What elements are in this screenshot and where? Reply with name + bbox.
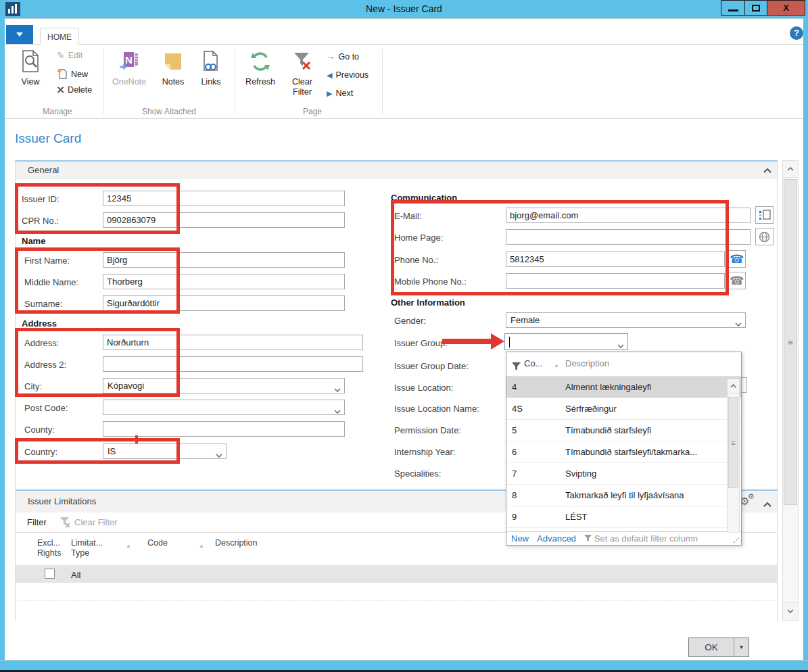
- dropdown-row[interactable]: 9LÉST: [506, 506, 741, 528]
- specialities-label: Specialities:: [394, 466, 441, 481]
- issuer-id-input[interactable]: [103, 191, 345, 206]
- county-label: County:: [24, 423, 55, 437]
- excl-rights-checkbox[interactable]: [45, 569, 55, 579]
- resize-grip-icon[interactable]: [734, 537, 740, 544]
- notes-button[interactable]: Notes: [156, 48, 190, 87]
- general-header[interactable]: General: [16, 162, 777, 179]
- goto-label: Go to: [339, 52, 360, 62]
- tab-home[interactable]: HOME: [40, 28, 79, 45]
- view-label: View: [22, 77, 40, 87]
- open-home-page-button[interactable]: [755, 228, 774, 245]
- filter-button[interactable]: Filter: [27, 515, 47, 530]
- dropdown-scroll-up-icon[interactable]: [728, 379, 739, 393]
- set-default-filter[interactable]: Set as default filter column: [584, 533, 698, 544]
- issue-location-label: Issue Location:: [394, 381, 453, 395]
- dropdown-row[interactable]: 4SSérfræðingur: [506, 398, 741, 420]
- app-menu-down-icon: [16, 32, 23, 37]
- col-limitation-type[interactable]: Limitat...Type: [71, 538, 103, 558]
- dropdown-row[interactable]: 8Takmarkað leyfi til lyfjaávísana: [506, 485, 741, 506]
- new-button[interactable]: ✱ New: [57, 68, 88, 81]
- delete-x-icon: ×: [57, 85, 64, 95]
- onenote-label: OneNote: [112, 77, 146, 87]
- limitations-row-all[interactable]: [16, 565, 777, 583]
- col-code[interactable]: Code: [147, 538, 168, 548]
- county-input[interactable]: [103, 421, 345, 437]
- scroll-down-icon[interactable]: [783, 602, 798, 619]
- email-input[interactable]: [506, 208, 751, 223]
- scroll-up-icon[interactable]: [783, 161, 798, 178]
- annotation-arrow: [442, 339, 492, 344]
- gender-select[interactable]: Female: [506, 312, 746, 328]
- issuer-id-label: Issuer ID:: [22, 192, 60, 207]
- cpr-no-input[interactable]: [103, 212, 345, 228]
- application-menu-button[interactable]: [6, 25, 33, 44]
- new-link[interactable]: New: [511, 533, 529, 544]
- dropdown-col-description[interactable]: Description: [565, 358, 609, 368]
- city-select[interactable]: Kópavogi: [103, 378, 345, 393]
- ok-split-button[interactable]: OK ▼: [688, 638, 749, 657]
- ok-button[interactable]: OK: [689, 638, 734, 656]
- help-icon[interactable]: ?: [790, 26, 803, 40]
- refresh-button[interactable]: Refresh: [240, 48, 281, 87]
- make-mobile-call-button[interactable]: ☎: [728, 272, 746, 289]
- pencil-icon: ✎: [57, 50, 65, 61]
- send-email-icon: [759, 209, 771, 221]
- middle-name-input[interactable]: [103, 274, 345, 289]
- scroll-thumb[interactable]: ≡: [784, 179, 797, 505]
- mobile-phone-no-input[interactable]: [506, 273, 725, 289]
- group-label-page: Page: [275, 107, 350, 116]
- surname-input[interactable]: [103, 295, 345, 311]
- issuer-group-combobox[interactable]: [504, 333, 628, 350]
- first-name-input[interactable]: [103, 252, 345, 268]
- send-email-button[interactable]: [755, 206, 774, 224]
- view-button[interactable]: View: [14, 48, 47, 87]
- home-page-input[interactable]: [506, 229, 751, 245]
- filter-funnel-icon[interactable]: [512, 362, 521, 374]
- address-label: Address:: [24, 336, 59, 351]
- col-description[interactable]: Description: [215, 538, 258, 548]
- sort-ascending-icon: ▲: [126, 543, 131, 549]
- limitations-collapse-icon[interactable]: [763, 498, 771, 510]
- dropdown-scroll-thumb[interactable]: ≡: [728, 397, 738, 488]
- main-scrollbar[interactable]: ≡: [782, 160, 799, 621]
- dropdown-header: Co... ▲ Description: [506, 352, 741, 377]
- country-select[interactable]: IS: [103, 443, 227, 459]
- dropdown-row[interactable]: 6Tímabundið starfsleyfi/takmarka...: [506, 441, 741, 463]
- dropdown-row[interactable]: 7Svipting: [506, 463, 741, 485]
- dropdown-row[interactable]: 5Tímabundið starfsleyfi: [506, 420, 741, 441]
- maximize-button[interactable]: [744, 0, 767, 16]
- address2-input[interactable]: [103, 356, 363, 372]
- edit-button: ✎ Edit: [57, 50, 82, 61]
- communication-section-header: Communication: [391, 193, 457, 203]
- dropdown-scroll-down-icon[interactable]: [728, 532, 739, 533]
- sort-ascending-icon: ▲: [554, 362, 559, 368]
- goto-button[interactable]: → Go to: [327, 52, 359, 62]
- cpr-no-label: CPR No.:: [22, 214, 59, 229]
- links-icon: [195, 48, 227, 75]
- gender-chevron-down-icon: [735, 318, 742, 329]
- refresh-icon: [240, 48, 281, 75]
- col-excl-rights[interactable]: Excl...Rights: [37, 538, 61, 558]
- clear-filter-label: Clear Filter: [285, 77, 320, 97]
- delete-button[interactable]: × Delete: [57, 85, 92, 95]
- clear-filter-button[interactable]: Clear Filter: [285, 48, 320, 97]
- group-label-show-attached: Show Attached: [108, 107, 230, 116]
- ok-dropdown-arrow-icon[interactable]: ▼: [734, 638, 748, 656]
- close-button[interactable]: X: [767, 0, 805, 16]
- make-phone-call-button[interactable]: ☎: [728, 250, 746, 268]
- address-input[interactable]: [103, 335, 363, 350]
- advanced-link[interactable]: Advanced: [537, 533, 576, 544]
- name-section-header: Name: [22, 236, 45, 246]
- dropdown-scrollbar[interactable]: ≡: [727, 379, 740, 533]
- previous-button[interactable]: ◀ Previous: [327, 70, 369, 80]
- dropdown-col-code[interactable]: Co...: [524, 358, 542, 368]
- issuer-card-window: New - Issuer Card X HOME ? View ✎ Edit ✱…: [0, 0, 808, 672]
- dropdown-row[interactable]: 4Almennt lækningaleyfi: [506, 377, 741, 398]
- next-button[interactable]: ▶ Next: [327, 89, 353, 98]
- phone-no-input[interactable]: [506, 251, 725, 267]
- post-code-select[interactable]: [103, 400, 345, 415]
- general-collapse-icon[interactable]: [763, 164, 771, 176]
- links-button[interactable]: Links: [195, 48, 227, 87]
- links-label: Links: [201, 77, 220, 87]
- minimize-button[interactable]: [721, 0, 745, 16]
